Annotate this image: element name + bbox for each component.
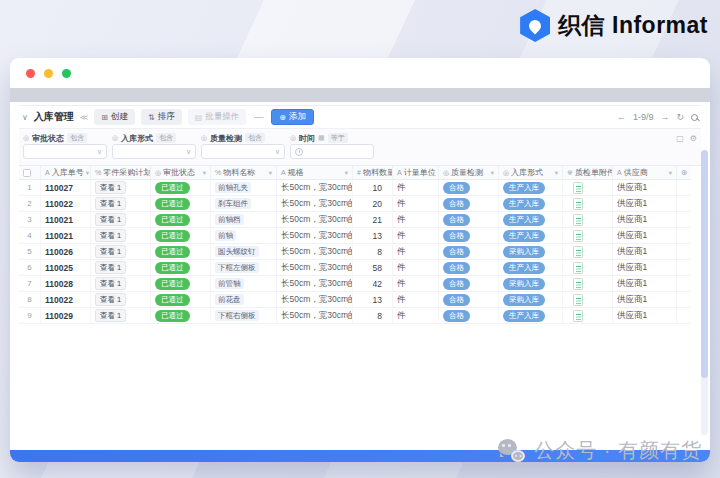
attachment-file-icon[interactable]	[573, 278, 583, 290]
table-row[interactable]: 5110026查看 1已通过圆头螺纹钉长50cm，宽30cm的SY18件合格采购…	[19, 244, 691, 260]
table-row[interactable]: 3110021查看 1已通过前轴档长50cm，宽30cm的SY121件合格生产入…	[19, 212, 691, 228]
search-icon[interactable]	[691, 114, 698, 121]
next-page-icon[interactable]: →	[660, 112, 669, 122]
attachment-file-icon[interactable]	[573, 246, 583, 258]
material-tag[interactable]: 圆头螺纹钉	[215, 246, 259, 257]
chevron-down-icon[interactable]: ∨	[22, 113, 28, 122]
vertical-scrollbar[interactable]	[701, 150, 708, 435]
column-header-零件采购计划[interactable]: %零件采购计划▾	[91, 166, 151, 179]
view-plan-chip[interactable]: 查看 1	[95, 213, 126, 226]
material-tag[interactable]: 前管轴	[215, 278, 244, 289]
order-number[interactable]: 110021	[45, 231, 73, 241]
close-window-button[interactable]	[26, 69, 35, 78]
table-row[interactable]: 6110025查看 1已通过下框左侧板长50cm，宽30cm的SY158件合格生…	[19, 260, 691, 276]
column-menu-caret-icon[interactable]: ▾	[86, 169, 89, 177]
filter-select[interactable]: ∨	[112, 144, 196, 159]
filter-time-input[interactable]	[290, 144, 374, 159]
column-header-入库单号[interactable]: A入库单号▾	[41, 166, 91, 179]
column-header-入库形式[interactable]: ◎入库形式▾	[499, 166, 563, 179]
attachment-file-icon[interactable]	[573, 230, 583, 242]
attachment-file-icon[interactable]	[573, 214, 583, 226]
order-number-cell[interactable]: 110027	[41, 180, 91, 195]
view-plan-chip[interactable]: 查看 1	[95, 293, 126, 306]
expand-icon[interactable]: ▢	[676, 134, 684, 143]
order-number-cell[interactable]: 110022	[41, 292, 91, 307]
attachment-file-icon[interactable]	[573, 294, 583, 306]
material-tag[interactable]: 前轴孔夹	[215, 182, 251, 193]
view-plan-chip[interactable]: 查看 1	[95, 277, 126, 290]
batch-operations-button[interactable]: ▤ 批量操作	[188, 109, 247, 125]
view-plan-chip[interactable]: 查看 1	[95, 309, 126, 322]
sort-button[interactable]: ⇅ 排序	[141, 109, 182, 125]
order-number-cell[interactable]: 110026	[41, 244, 91, 259]
inbound-form-pill: 生产入库	[503, 198, 545, 210]
select-all-checkbox[interactable]	[19, 166, 41, 179]
attachment-file-icon[interactable]	[573, 198, 583, 210]
filter-select[interactable]: ∨	[201, 144, 285, 159]
material-tag[interactable]: 前轴档	[215, 214, 244, 225]
order-number-cell[interactable]: 110022	[41, 196, 91, 211]
material-tag[interactable]: 刹车组件	[215, 198, 251, 209]
column-menu-caret-icon[interactable]: ▾	[269, 169, 272, 177]
order-number-cell[interactable]: 110029	[41, 308, 91, 323]
attachment-file-icon[interactable]	[573, 182, 583, 194]
column-header-质量检测[interactable]: ◎质量检测▾	[439, 166, 499, 179]
column-header-规格[interactable]: A规格▾	[277, 166, 353, 179]
material-tag[interactable]: 前花盘	[215, 294, 244, 305]
column-menu-caret-icon[interactable]: ▾	[555, 169, 558, 177]
attachment-file-icon[interactable]	[573, 262, 583, 274]
material-tag[interactable]: 下框左侧板	[215, 262, 259, 273]
column-header-审批状态[interactable]: ◎审批状态▾	[151, 166, 211, 179]
column-header-质检单附件[interactable]: ※质检单附件▾	[563, 166, 613, 179]
add-record-button[interactable]: ⊕ 添加	[271, 109, 314, 125]
order-number[interactable]: 110026	[45, 247, 73, 257]
gear-icon[interactable]: ⚙	[690, 134, 697, 143]
view-plan-chip[interactable]: 查看 1	[95, 245, 126, 258]
refresh-icon[interactable]: ↻	[676, 112, 684, 122]
order-number-cell[interactable]: 110021	[41, 212, 91, 227]
minimize-window-button[interactable]	[44, 69, 53, 78]
prev-page-icon[interactable]: ←	[617, 112, 626, 122]
column-header-物料数量[interactable]: #物料数量▾	[353, 166, 393, 179]
view-plan-chip[interactable]: 查看 1	[95, 261, 126, 274]
material-tag[interactable]: 下框右侧板	[215, 310, 259, 321]
order-number[interactable]: 110021	[45, 215, 73, 225]
table-row[interactable]: 2110022查看 1已通过刹车组件长50cm，宽30cm的SY120件合格生产…	[19, 196, 691, 212]
filter-select[interactable]: ∨	[23, 144, 107, 159]
scrollbar-thumb[interactable]	[701, 150, 708, 378]
inbound-form-cell: 生产入库	[499, 260, 563, 275]
column-header-物料名称[interactable]: %物料名称▾	[211, 166, 277, 179]
order-number[interactable]: 110028	[45, 279, 73, 289]
table-row[interactable]: 7110028查看 1已通过前管轴长50cm，宽30cm的SY142件合格采购入…	[19, 276, 691, 292]
column-menu-caret-icon[interactable]: ▾	[669, 169, 672, 177]
filter-field-label: 质量检测	[210, 133, 242, 144]
column-header-供应商[interactable]: A供应商▾	[613, 166, 677, 179]
table-row[interactable]: 8110022查看 1已通过前花盘长50cm，宽30cm的SY113件合格采购入…	[19, 292, 691, 308]
table-row[interactable]: 4110021查看 1已通过前轴长50cm，宽30cm的SY113件合格生产入库…	[19, 228, 691, 244]
quantity-value: 8	[377, 311, 382, 321]
maximize-window-button[interactable]	[62, 69, 71, 78]
order-number[interactable]: 110025	[45, 263, 73, 273]
order-number-cell[interactable]: 110028	[41, 276, 91, 291]
field-type-text-icon: A	[397, 169, 402, 176]
column-menu-caret-icon[interactable]: ▾	[345, 169, 348, 177]
order-number-cell[interactable]: 110025	[41, 260, 91, 275]
order-number[interactable]: 110029	[45, 311, 73, 321]
column-header-计量单位[interactable]: A计量单位▾	[393, 166, 439, 179]
add-column-button[interactable]: ⊕	[677, 166, 691, 179]
share-icon[interactable]: ≪	[80, 113, 88, 122]
material-tag[interactable]: 前轴	[215, 230, 236, 241]
table-row[interactable]: 9110029查看 1已通过下框右侧板长50cm，宽30cm的SY18件合格生产…	[19, 308, 691, 324]
view-plan-chip[interactable]: 查看 1	[95, 181, 126, 194]
view-plan-chip[interactable]: 查看 1	[95, 197, 126, 210]
order-number[interactable]: 110027	[45, 183, 73, 193]
order-number[interactable]: 110022	[45, 295, 73, 305]
column-menu-caret-icon[interactable]: ▾	[491, 169, 494, 177]
order-number-cell[interactable]: 110021	[41, 228, 91, 243]
table-row[interactable]: 1110027查看 1已通过前轴孔夹长50cm，宽30cm的SY110件合格生产…	[19, 180, 691, 196]
attachment-file-icon[interactable]	[573, 310, 583, 322]
view-plan-chip[interactable]: 查看 1	[95, 229, 126, 242]
column-menu-caret-icon[interactable]: ▾	[203, 169, 206, 177]
order-number[interactable]: 110022	[45, 199, 73, 209]
create-button[interactable]: ⊞ 创建	[94, 109, 135, 125]
